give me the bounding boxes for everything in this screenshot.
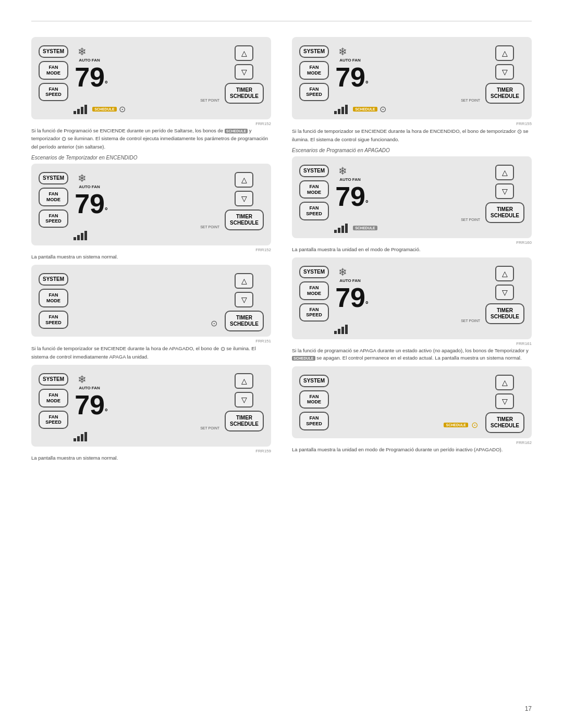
clock-icon-r4: ⊙ (471, 420, 478, 430)
body-text-l1: Si la funció de Programació se ENCIENDE … (31, 127, 271, 151)
body-text-r3: Si la funció de programació se APAGA dur… (292, 347, 532, 362)
fan-mode-button-r3[interactable]: FANMODE (299, 281, 329, 300)
fan-speed-button-l4[interactable]: FANSPEED (39, 411, 68, 429)
down-arrow-r3[interactable]: ▽ (495, 285, 514, 300)
fan-mode-button-l2[interactable]: FANMODE (39, 188, 68, 206)
system-button-r1[interactable]: SYSTEM (299, 45, 329, 58)
system-button-l1[interactable]: SYSTEM (39, 45, 68, 58)
clock-icon-r1: ⊙ (380, 104, 386, 114)
thermostat-panel-r3: SYSTEM FANMODE FANSPEED ❄ AUTO FAN 79 ° (292, 257, 532, 339)
down-arrow-r2[interactable]: ▽ (495, 183, 514, 199)
clock-icon-l1: ⊙ (119, 104, 126, 114)
set-point-label-l4: SET POINT (200, 426, 219, 430)
main-content: SYSTEM FANMODE FANSPEED ❄ AUTO FAN 79 ° (31, 37, 532, 466)
system-button-l3[interactable]: SYSTEM (39, 273, 68, 286)
inline-clock-r1: ⊙ (517, 128, 522, 134)
fan-speed-button-r1[interactable]: FANSPEED (299, 83, 329, 102)
clock-icon-l3: ⊙ (211, 318, 217, 328)
system-button-l2[interactable]: SYSTEM (39, 172, 68, 184)
snowflake-icon-r2: ❄ (338, 165, 347, 177)
down-arrow-l2[interactable]: ▽ (235, 191, 253, 206)
fig-label-l4: FRR159 (31, 449, 271, 453)
schedule-badge-r4: SCHEDULE (444, 423, 468, 427)
body-text-l4: La pantalla muestra un sistema normal. (31, 454, 271, 462)
temp-display-l4: 79 (75, 391, 105, 418)
up-arrow-r3[interactable]: △ (495, 266, 514, 281)
temp-display-l2: 79 (75, 190, 105, 217)
fan-mode-button-l4[interactable]: FANMODE (39, 389, 68, 408)
left-column: SYSTEM FANMODE FANSPEED ❄ AUTO FAN 79 ° (31, 37, 271, 466)
snowflake-icon-r1: ❄ (338, 45, 347, 58)
fan-speed-button-l3[interactable]: FANSPEED (39, 311, 68, 329)
timer-schedule-button-r4[interactable]: TIMERSCHEDULE (485, 412, 524, 433)
fan-mode-button-r2[interactable]: FANMODE (299, 180, 329, 199)
down-arrow-l1[interactable]: ▽ (235, 64, 253, 80)
timer-schedule-button-l2[interactable]: TIMERSCHEDULE (225, 209, 264, 230)
timer-schedule-button-r1[interactable]: TIMERSCHEDULE (485, 83, 524, 104)
snowflake-icon-l1: ❄ (78, 45, 87, 58)
fan-mode-button-r1[interactable]: FANMODE (299, 61, 329, 80)
fig-label-l1: FRR152 (31, 121, 271, 126)
up-arrow-r2[interactable]: △ (495, 165, 514, 180)
up-arrow-r1[interactable]: △ (495, 45, 514, 61)
system-button-r2[interactable]: SYSTEM (299, 165, 329, 177)
fan-mode-button-l3[interactable]: FANMODE (39, 289, 68, 307)
fan-speed-button-l2[interactable]: FANSPEED (39, 209, 68, 228)
fan-speed-button-l1[interactable]: FANSPEED (39, 83, 68, 102)
set-point-label-r1: SET POINT (461, 98, 480, 102)
page-number: 17 (525, 705, 532, 712)
thermostat-panel-l4: SYSTEM FANMODE FANSPEED ❄ AUTO FAN 79 ° (31, 365, 271, 447)
set-point-label-r2: SET POINT (461, 218, 480, 221)
up-arrow-l2[interactable]: △ (235, 172, 253, 188)
timer-schedule-button-r3[interactable]: TIMERSCHEDULE (485, 303, 524, 324)
body-text-r1: Si la funció de temporizador se ENCIENDE… (292, 127, 532, 143)
down-arrow-r1[interactable]: ▽ (495, 64, 514, 80)
timer-schedule-button-l1[interactable]: TIMERSCHEDULE (225, 83, 264, 104)
top-divider (31, 21, 532, 21)
fan-mode-button-l1[interactable]: FANMODE (39, 61, 68, 80)
system-button-r3[interactable]: SYSTEM (299, 266, 329, 278)
up-arrow-l3[interactable]: △ (235, 273, 253, 289)
thermostat-panel-r4: SYSTEM FANMODE FANSPEED SCHEDULE ⊙ △ ▽ T… (292, 366, 532, 438)
body-text-r4: La pantalla muestra la unidad en modo de… (292, 446, 532, 453)
body-text-r2: La pantalla muestra la unidad en el modo… (292, 246, 532, 253)
down-arrow-l3[interactable]: ▽ (235, 292, 253, 307)
fan-speed-button-r3[interactable]: FANSPEED (299, 303, 329, 322)
fan-bars-l1 (74, 105, 87, 114)
timer-schedule-button-r2[interactable]: TIMERSCHEDULE (485, 202, 524, 223)
down-arrow-l4[interactable]: ▽ (235, 392, 253, 408)
fig-label-r2: FRR160 (292, 240, 532, 245)
temp-display-l1: 79 (75, 64, 105, 91)
fig-label-l3: FRR151 (31, 339, 271, 343)
inline-clock-l3: ⊙ (221, 346, 225, 352)
up-arrow-l1[interactable]: △ (235, 45, 253, 61)
down-arrow-r4[interactable]: ▽ (495, 393, 514, 409)
snowflake-icon-l2: ❄ (78, 172, 87, 184)
right-column: SYSTEM FANMODE FANSPEED ❄ AUTO FAN 79 ° (292, 37, 532, 466)
schedule-badge-r2: SCHEDULE (353, 226, 377, 230)
body-text-l3: Si la funció de temporizador se ENCIENDE… (31, 344, 271, 361)
fan-bars-l4 (74, 432, 87, 441)
fan-speed-button-r4[interactable]: FANSPEED (299, 412, 329, 430)
timer-schedule-button-l3[interactable]: TIMERSCHEDULE (225, 311, 264, 331)
fig-label-l2: FRR152 (31, 248, 271, 252)
fan-speed-button-r2[interactable]: FANSPEED (299, 202, 329, 220)
body-text-l2: La pantalla muestra un sistema normal. (31, 253, 271, 261)
system-button-l4[interactable]: SYSTEM (39, 373, 68, 386)
set-point-label-l2: SET POINT (200, 225, 219, 229)
system-button-r4[interactable]: SYSTEM (299, 375, 329, 387)
inline-badge-schedule-r3: SCHEDULE (292, 356, 315, 361)
timer-schedule-button-l4[interactable]: TIMERSCHEDULE (225, 411, 264, 431)
up-arrow-l4[interactable]: △ (235, 373, 253, 389)
up-arrow-r4[interactable]: △ (495, 375, 514, 390)
temp-display-r2: 79 (335, 183, 365, 210)
fig-label-r4: FRR162 (292, 440, 532, 445)
thermostat-panel-r2: SYSTEM FANMODE FANSPEED ❄ AUTO FAN 79 ° (292, 156, 532, 238)
fig-label-r1: FRR155 (292, 121, 532, 126)
fan-mode-button-r4[interactable]: FANMODE (299, 390, 329, 409)
inline-clock-l1: ⊙ (62, 135, 66, 142)
section-title-l1: Escenarios de Temporizador en ENCENDIDO (31, 155, 271, 161)
temp-display-r3: 79 (335, 284, 365, 311)
fan-bars-l2 (74, 231, 87, 240)
fan-bars-r2 (334, 224, 348, 233)
